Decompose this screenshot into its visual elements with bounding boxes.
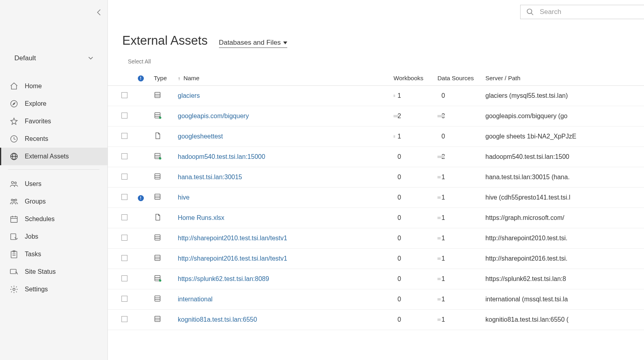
- site-picker[interactable]: Default: [8, 51, 99, 65]
- nav-groups[interactable]: Groups: [0, 193, 107, 210]
- nav-home[interactable]: Home: [0, 77, 107, 95]
- nav-schedules[interactable]: Schedules: [0, 210, 107, 228]
- collapse-sidebar-button[interactable]: [96, 9, 102, 16]
- svg-rect-37: [155, 174, 160, 179]
- col-name[interactable]: ↑ Name: [175, 70, 390, 86]
- nav-label: Groups: [25, 198, 46, 205]
- datasources-cell: 1: [437, 235, 479, 242]
- nav-tasks[interactable]: Tasks: [0, 245, 107, 263]
- row-checkbox[interactable]: [121, 235, 127, 241]
- type-icon: [154, 196, 162, 202]
- asset-name-link[interactable]: http://sharepoint2010.test.tsi.lan/testv…: [178, 235, 287, 241]
- asset-name-link[interactable]: hana.test.tsi.lan:30015: [178, 174, 242, 180]
- col-type[interactable]: Type: [151, 70, 175, 86]
- home-icon: [10, 82, 18, 91]
- row-checkbox[interactable]: [121, 316, 127, 322]
- server-path: google sheets 1bi-NA2_XpPJzE: [485, 133, 576, 140]
- row-checkbox[interactable]: [121, 133, 127, 139]
- search-input[interactable]: [539, 8, 638, 16]
- search-icon: [526, 8, 534, 16]
- svg-rect-46: [155, 255, 160, 260]
- svg-point-10: [15, 199, 17, 201]
- workbooks-cell: 0: [394, 275, 431, 283]
- datasources-cell: 1: [437, 296, 479, 303]
- workbooks-cell: 0: [394, 235, 431, 242]
- asset-name-link[interactable]: hadoopm540.test.tsi.lan:15000: [178, 153, 265, 160]
- svg-rect-53: [155, 296, 160, 301]
- assets-table: ! Type ↑ Name Workbooks Data Sources Ser…: [108, 70, 644, 330]
- row-checkbox[interactable]: [121, 153, 127, 159]
- datasources-cell: 1: [437, 174, 479, 181]
- jobs-icon: [10, 232, 18, 241]
- asset-name-link[interactable]: googleapis.com/bigquery: [178, 113, 249, 119]
- row-checkbox[interactable]: [121, 255, 127, 261]
- type-icon: [154, 277, 162, 284]
- nav-recents[interactable]: Recents: [0, 130, 107, 148]
- svg-marker-25: [283, 42, 287, 44]
- col-server-path[interactable]: Server / Path: [482, 70, 644, 86]
- asset-name-link[interactable]: googlesheettest: [178, 133, 223, 140]
- asset-name-link[interactable]: http://sharepoint2016.test.tsi.lan/testv…: [178, 255, 287, 262]
- svg-rect-43: [155, 235, 160, 240]
- row-checkbox[interactable]: [121, 194, 127, 200]
- nav-label: Users: [25, 180, 42, 188]
- page-title: External Assets: [122, 34, 208, 48]
- nav: Home Explore Favorites Recents External …: [0, 77, 107, 298]
- row-checkbox[interactable]: [121, 174, 127, 180]
- site-status-icon: [10, 267, 18, 276]
- search-box[interactable]: [520, 5, 644, 19]
- row-checkbox[interactable]: [121, 214, 127, 220]
- svg-point-32: [159, 117, 161, 119]
- row-checkbox[interactable]: [121, 296, 127, 302]
- table-row: googlesheettest10google sheets 1bi-NA2_X…: [108, 127, 644, 147]
- svg-rect-12: [11, 217, 18, 223]
- svg-point-23: [527, 9, 532, 14]
- filter-dropdown[interactable]: Databases and Files: [219, 39, 287, 48]
- groups-icon: [10, 197, 18, 206]
- nav-favorites[interactable]: Favorites: [0, 113, 107, 130]
- asset-name-link[interactable]: hive: [178, 194, 189, 201]
- workbooks-cell: 2: [394, 113, 431, 120]
- row-checkbox[interactable]: [121, 92, 127, 98]
- svg-rect-21: [10, 269, 16, 274]
- asset-name-link[interactable]: Home Runs.xlsx: [178, 214, 224, 221]
- sort-ascending-icon: ↑: [178, 76, 180, 81]
- asset-name-link[interactable]: glaciers: [178, 92, 200, 99]
- datasources-cell: 1: [437, 194, 479, 201]
- asset-name-link[interactable]: international: [178, 296, 213, 303]
- external-assets-icon: [10, 152, 18, 161]
- server-path: glaciers (mysql55.test.tsi.lan): [485, 92, 568, 99]
- nav-explore[interactable]: Explore: [0, 95, 107, 113]
- server-path: http://sharepoint2016.test.tsi.: [485, 255, 567, 262]
- gear-icon: [10, 285, 18, 294]
- nav-site-status[interactable]: Site Status: [0, 263, 107, 281]
- col-workbooks[interactable]: Workbooks: [390, 70, 434, 86]
- server-path: http://sharepoint2010.test.tsi.: [485, 235, 567, 241]
- server-path: https://graph.microsoft.com/: [485, 214, 564, 221]
- type-icon: [154, 216, 162, 223]
- datasources-cell: 2: [437, 153, 479, 160]
- datasources-cell: 0: [437, 133, 479, 140]
- col-data-sources[interactable]: Data Sources: [434, 70, 482, 86]
- asset-name-link[interactable]: kognitio81a.test.tsi.lan:6550: [178, 316, 257, 323]
- col-flag[interactable]: !: [131, 70, 151, 86]
- nav-settings[interactable]: Settings: [0, 281, 107, 298]
- table-row: hadoopm540.test.tsi.lan:1500002hadoopm54…: [108, 147, 644, 167]
- site-picker-label: Default: [14, 54, 36, 62]
- workbooks-cell: 1: [394, 92, 431, 99]
- nav-external-assets[interactable]: External Assets: [0, 148, 107, 165]
- nav-label: Home: [25, 83, 42, 90]
- row-checkbox[interactable]: [121, 275, 127, 281]
- select-all-link[interactable]: Select All: [108, 51, 644, 70]
- alert-icon: !: [138, 195, 144, 201]
- nav-users[interactable]: Users: [0, 175, 107, 193]
- server-path: hive (cdh55presto141.test.tsi.l: [485, 194, 570, 201]
- nav-jobs[interactable]: Jobs: [0, 228, 107, 245]
- asset-name-link[interactable]: https://splunk62.test.tsi.lan:8089: [178, 275, 269, 282]
- nav-label: External Assets: [25, 153, 69, 160]
- type-icon: [154, 297, 162, 304]
- table-row: international01international (mssql.test…: [108, 289, 644, 310]
- row-checkbox[interactable]: [121, 113, 127, 119]
- tasks-icon: [10, 250, 18, 259]
- workbooks-cell: 0: [394, 296, 431, 303]
